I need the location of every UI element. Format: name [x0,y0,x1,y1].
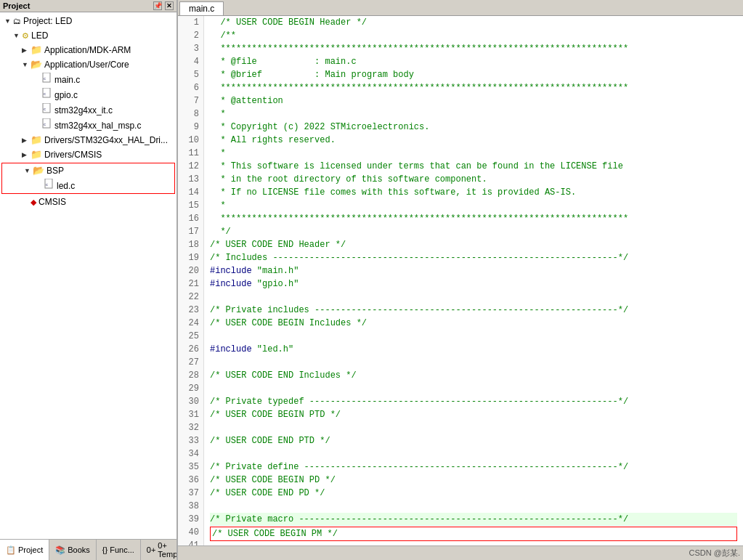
func-tab-label: Func... [110,545,134,554]
code-line-30: /* Private typedef ---------------------… [210,395,737,408]
code-line-25 [210,330,737,343]
code-line-20: #include "main.h" [210,264,737,277]
code-line-34 [210,447,737,460]
code-line-19: /* Includes ----------------------------… [210,251,737,264]
code-line-13: * in the root directory of this software… [210,173,737,186]
func-tab-icon: {} [102,545,107,554]
temp-tab-icon: 0+ [147,545,156,554]
expand-arrow: ▶ [22,148,31,161]
temp-tab-label: 0+ Temp... [158,541,178,559]
code-line-8: * [210,107,737,121]
project-tree: ▼ 🗂 Project: LED ▼ ⚙ LED ▶ 📁 Application… [0,12,176,539]
tree-item-cmsis[interactable]: ◆ CMSIS [0,195,176,209]
code-line-10: * All rights reserved. [210,134,737,147]
pin-button[interactable]: 📌 [153,1,162,10]
tab-books[interactable]: 📚 Books [49,540,97,560]
code-line-24: /* USER CODE BEGIN Includes */ [210,317,737,330]
code-line-22 [210,291,737,304]
tree-item-stm32-it-c[interactable]: c stm32g4xx_it.c [0,102,176,118]
code-line-26: #include "led.h" [210,343,737,356]
code-line-1: /* USER CODE BEGIN Header */ [210,16,737,29]
tab-temp[interactable]: 0+ 0+ Temp... [141,540,178,560]
svg-text:c: c [44,122,46,126]
bsp-group: ▼ 📂 BSP c led.c [1,163,175,194]
tree-item-gpio-c[interactable]: c gpio.c [0,87,176,102]
code-line-3: ****************************************… [210,42,737,55]
code-line-40: /* USER CODE BEGIN PM */ [210,527,737,541]
code-line-6: ****************************************… [210,81,737,94]
project-tab-icon: 📋 [6,545,16,555]
expand-arrow: ▼ [13,29,22,42]
svg-text:c: c [44,107,46,111]
tree-label: Drivers/CMSIS [44,148,102,161]
code-line-14: * If no LICENSE file comes with this sof… [210,186,737,199]
folder-open-icon: 📂 [31,58,42,71]
code-line-4: * @file : main.c [210,55,737,68]
tree-label: LED [31,29,48,42]
folder-icon: 📁 [31,148,42,161]
tree-label: Application/User/Core [44,58,129,71]
code-line-15: * [210,199,737,212]
code-line-7: * @attention [210,94,737,107]
code-line-31: /* USER CODE BEGIN PTD */ [210,408,737,421]
code-line-37: /* USER CODE END PD */ [210,487,737,500]
sidebar-title-bar: Project 📌 ✕ [0,0,176,12]
project-sidebar: Project 📌 ✕ ▼ 🗂 Project: LED ▼ ⚙ LED [0,0,178,560]
books-tab-label: Books [68,545,90,554]
target-icon: ⚙ [22,29,29,42]
line-numbers: 1234567891011121314151617181920212223242… [178,16,204,545]
sidebar-title-label: Project [3,1,30,10]
code-line-11: * [210,147,737,160]
tree-label: Project: LED [23,15,72,28]
tree-item-bsp[interactable]: ▼ 📂 BSP [2,163,174,178]
folder-icon: 📁 [31,134,42,147]
code-line-28: /* USER CODE END Includes */ [210,369,737,382]
tree-label: gpio.c [54,89,78,102]
books-tab-icon: 📚 [55,545,65,555]
code-line-21: #include "gpio.h" [210,277,737,291]
folder-open-icon: 📂 [33,164,44,177]
code-lines: /* USER CODE BEGIN Header */ /** *******… [204,16,743,545]
expand-arrow: ▼ [4,15,13,28]
tree-item-drivers-cmsis[interactable]: ▶ 📁 Drivers/CMSIS [0,147,176,162]
tree-label: led.c [57,179,75,192]
code-line-16: ****************************************… [210,212,737,225]
close-button[interactable]: ✕ [165,1,174,10]
expand-arrow: ▼ [22,58,31,71]
svg-text:c: c [44,92,46,96]
tree-label: CMSIS [38,195,66,208]
code-tab-bar: main.c [178,0,743,16]
code-line-23: /* Private includes --------------------… [210,304,737,317]
svg-text:c: c [46,182,48,187]
tree-item-led-root[interactable]: ▼ ⚙ LED [0,28,176,43]
tree-item-stm32-hal-msp-c[interactable]: c stm32g4xx_hal_msp.c [0,118,176,133]
tree-item-drivers-hal[interactable]: ▶ 📁 Drivers/STM32G4xx_HAL_Dri... [0,133,176,147]
code-line-35: /* Private define ----------------------… [210,460,737,474]
code-line-27 [210,356,737,369]
diamond-icon: ◆ [31,195,36,208]
code-editor[interactable]: 1234567891011121314151617181920212223242… [178,16,743,545]
file-icon: c [42,73,52,86]
tree-item-project-root[interactable]: ▼ 🗂 Project: LED [0,14,176,28]
code-tab-main-c[interactable]: main.c [179,1,224,15]
code-line-18: /* USER CODE END Header */ [210,238,737,251]
tree-label: Drivers/STM32G4xx_HAL_Dri... [44,134,168,147]
tree-item-app-mdk[interactable]: ▶ 📁 Application/MDK-ARM [0,43,176,57]
tree-item-main-c[interactable]: c main.c [0,72,176,87]
tree-item-led-c[interactable]: c led.c [2,178,174,193]
file-icon: c [42,118,52,132]
sidebar-controls: 📌 ✕ [153,1,174,10]
code-line-33: /* USER CODE END PTD */ [210,434,737,447]
code-line-5: * @brief : Main program body [210,68,737,81]
tree-label: main.c [54,73,80,86]
tree-item-app-user-core[interactable]: ▼ 📂 Application/User/Core [0,57,176,72]
code-line-12: * This software is licensed under terms … [210,160,737,173]
tab-func[interactable]: {} Func... [97,540,141,560]
project-icon: 🗂 [13,15,21,28]
status-bar: CSDN @彭某. [178,545,743,560]
tree-label: BSP [46,164,64,177]
code-editor-area: main.c 123456789101112131415161718192021… [178,0,743,560]
code-line-36: /* USER CODE BEGIN PD */ [210,474,737,487]
code-line-32 [210,421,737,434]
tab-project[interactable]: 📋 Project [0,540,49,560]
